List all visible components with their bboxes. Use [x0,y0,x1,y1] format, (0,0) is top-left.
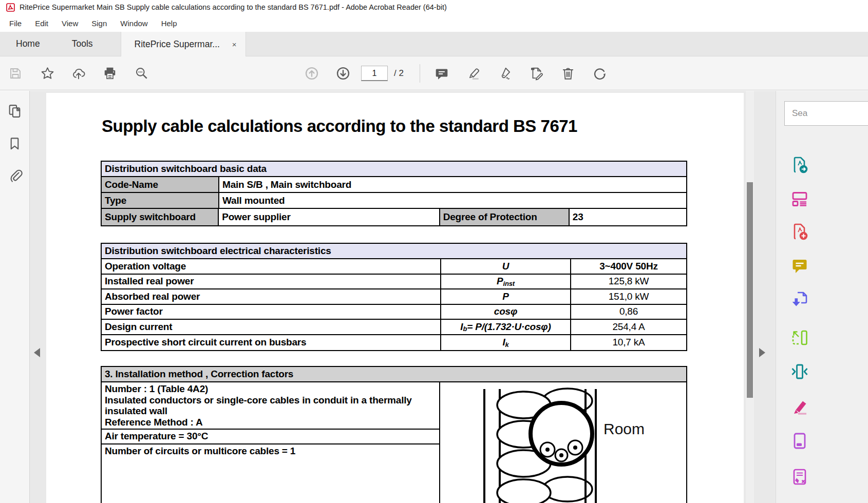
table-row: Absorbed real powerP151,0 kW [102,289,686,305]
bookmarks-icon[interactable] [7,136,22,151]
row-label-cell: Power factor [102,305,441,319]
menu-edit[interactable]: Edit [28,16,55,31]
row-symbol-cell: cosφ [441,305,571,319]
page-number-input[interactable] [361,66,388,81]
right-tools-panel [776,91,868,503]
document-viewport: Supply cable calculations according to t… [30,91,776,503]
scrollbar-thumb[interactable] [747,182,753,398]
row-value-cell: 3~400V 50Hz [571,259,686,274]
row-value-cell: 151,0 kW [571,289,686,304]
delete-pages-icon[interactable] [559,65,577,82]
method-line: Insulated conductors or single-core cabl… [105,395,436,417]
row-value-cell: Main S/B , Main switchboard [219,177,686,192]
main-area: Supply cable calculations according to t… [0,91,868,503]
tab-document[interactable]: RitePrice Supermar... × [121,32,246,56]
left-navigation-rail [0,91,30,503]
menu-sign[interactable]: Sign [85,16,114,31]
next-page-arrow-icon[interactable] [759,348,765,357]
table-row: Design currentIb = P/(1.732·U·cosφ)254,4… [102,320,686,335]
redact-icon[interactable] [791,397,808,415]
sign-pen-icon[interactable] [496,65,514,82]
comment-note-icon[interactable] [433,65,450,82]
basic-data-table: Distribution switchboard basic data Code… [101,161,687,226]
table-header: Distribution switchboard electrical char… [102,244,686,259]
row-label-cell: Installed real power [102,275,441,289]
room-label: Room [603,420,645,438]
table-row: Installed real powerPinst125,8 kW [102,275,686,290]
tab-document-label: RitePrice Supermar... [135,39,220,50]
table-header: Distribution switchboard basic data [102,162,686,177]
toolbar-divider [420,64,420,83]
table-row: Operation voltageU3~400V 50Hz [102,259,686,275]
vertical-scrollbar[interactable] [746,91,754,503]
row-value-cell: 0,86 [571,305,686,319]
edit-page-icon[interactable] [528,65,545,82]
table-row: Type Wall mounted [102,193,686,209]
air-temperature-cell: Air temperature = 30°C [102,430,439,444]
find-zoom-icon[interactable] [133,65,150,82]
request-signatures-icon[interactable] [791,468,808,486]
row-value-cell: 23 [570,209,686,225]
row-symbol-cell: Ib = P/(1.732·U·cosφ) [441,320,571,334]
row-label-cell: Type [102,193,219,208]
highlighter-icon[interactable] [465,65,482,82]
tab-close-icon[interactable]: × [232,41,237,48]
print-icon[interactable] [101,65,119,82]
table-header: 3. Installation method , Correction fact… [102,367,686,382]
installation-figure-cell: Room [440,382,686,503]
electrical-table-body: Operation voltageU3~400V 50HzInstalled r… [102,259,686,350]
compress-pdf-icon[interactable] [791,363,808,380]
electrical-characteristics-table: Distribution switchboard electrical char… [101,243,687,351]
save-icon[interactable] [7,65,24,82]
row-symbol-cell: Ik [441,335,571,351]
row-value-cell: Wall mounted [219,193,686,208]
row-label-cell: Supply switchboard [102,209,219,225]
circuits-cell: Number of circuits or multicore cables =… [102,444,439,503]
next-page-icon[interactable] [334,65,352,82]
row-label-cell: Design current [102,320,441,334]
edit-pdf-icon[interactable] [791,189,808,207]
installation-method-cell: Number : 1 (Table 4A2) Insulated conduct… [102,382,439,430]
comment-tool-icon[interactable] [791,257,808,275]
page-count-label: / 2 [394,68,404,79]
pdf-page: Supply cable calculations according to t… [46,93,744,503]
row-value-cell: 125,8 kW [571,275,686,289]
attachments-icon[interactable] [7,168,23,183]
row-value-cell: Power supplier [219,209,440,225]
menu-view[interactable]: View [55,16,85,31]
rotate-pages-icon[interactable] [591,65,608,82]
row-symbol-cell: P [441,289,571,304]
table-row: Prospective short circuit current on bus… [102,335,686,351]
installation-text-column: Number : 1 (Table 4A2) Insulated conduct… [102,382,440,503]
menu-help[interactable]: Help [155,16,184,31]
row-symbol-cell: U [441,259,571,274]
document-title: Supply cable calculations according to t… [102,117,577,136]
window-title: RitePrice Supermarket Main SB Supply cab… [20,3,447,11]
method-line: Number : 1 (Table 4A2) [105,383,436,395]
page-thumbnails-icon[interactable] [7,103,23,119]
tab-home[interactable]: Home [0,32,56,56]
row-symbol-cell: Pinst [441,275,571,289]
create-pdf-icon[interactable] [791,223,808,240]
menu-file[interactable]: File [3,16,28,31]
search-tools-input[interactable] [784,101,868,126]
star-favorites-icon[interactable] [39,65,56,82]
row-label-cell: Prospective short circuit current on bus… [102,335,441,351]
share-cloud-icon[interactable] [70,65,87,82]
installation-method-table: 3. Installation method , Correction fact… [101,366,687,503]
table-row: Code-Name Main S/B , Main switchboard [102,177,686,193]
previous-page-icon[interactable] [303,65,320,82]
row-value-cell: 254,4 A [571,320,686,334]
previous-page-arrow-icon[interactable] [34,348,40,357]
organize-pages-icon[interactable] [791,329,808,346]
combine-files-icon[interactable] [791,291,808,308]
main-toolbar: / 2 [0,56,868,90]
row-value-cell: 10,7 kA [571,335,686,351]
tab-tools[interactable]: Tools [56,32,109,56]
export-pdf-icon[interactable] [791,156,808,173]
menu-window[interactable]: Window [114,16,154,31]
prepare-form-icon[interactable] [791,432,808,450]
table-row: Supply switchboard Power supplier Degree… [102,209,686,225]
method-line: Reference Method : A [105,417,436,428]
conduit-in-wall-figure [440,382,686,503]
